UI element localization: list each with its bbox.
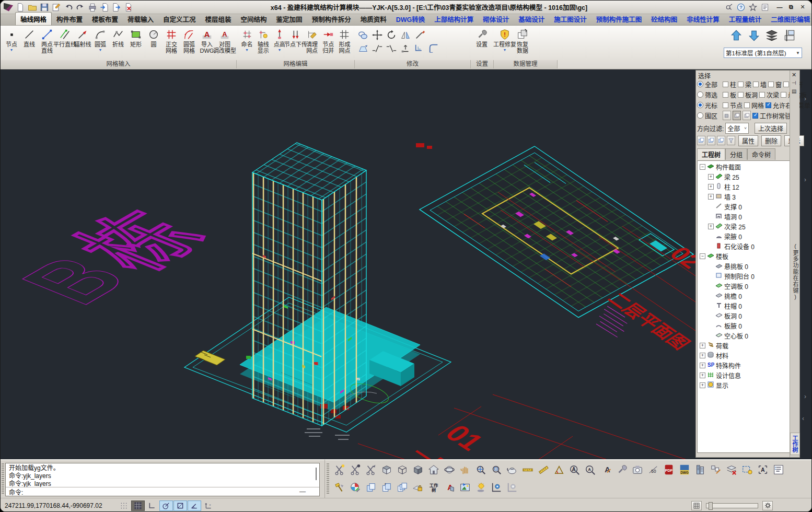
- work-tree-button[interactable]: 工作树: [426, 481, 440, 494]
- save-button[interactable]: [39, 3, 50, 12]
- favorites-icon[interactable]: [748, 3, 758, 12]
- tree-item-板腋[interactable]: 板腋 0: [698, 321, 790, 331]
- osnap-toggle[interactable]: [173, 501, 187, 511]
- tab-基础设计[interactable]: 基础设计: [514, 13, 549, 25]
- new-file-button[interactable]: [15, 3, 26, 12]
- tools-button[interactable]: [614, 463, 629, 476]
- tab-构件布置[interactable]: 构件布置: [52, 13, 87, 25]
- tree-expand-toggle[interactable]: +: [700, 373, 705, 378]
- panel-tab-工程树[interactable]: 工程树: [697, 148, 725, 160]
- tree-item-支撑[interactable]: 支撑 0: [698, 202, 790, 212]
- checkbox-窗[interactable]: [768, 82, 774, 87]
- open-file-button[interactable]: [27, 3, 38, 12]
- tree-expand-toggle[interactable]: −: [700, 164, 705, 170]
- collapse-chevron[interactable]: ‹: [802, 415, 804, 422]
- brk2-button[interactable]: [385, 42, 398, 55]
- tab-施工图设计[interactable]: 施工图设计: [549, 13, 591, 25]
- copy-page-1-button[interactable]: [364, 481, 378, 494]
- floor-selector[interactable]: 第1标准层 (第1自然层) ▼: [724, 48, 802, 58]
- model-brush-button[interactable]: [709, 463, 723, 476]
- tab-楼层组装[interactable]: 楼层组装: [201, 13, 236, 25]
- tab-轴线网格[interactable]: 轴线网格: [15, 12, 52, 25]
- ribbon-button-轴线显示[interactable]: 轴线显示: [255, 27, 271, 54]
- tree-item-空心板[interactable]: 空心板 0: [698, 331, 790, 341]
- plot-gear-on-button[interactable]: [489, 481, 503, 494]
- zoom-window-button[interactable]: [489, 463, 503, 476]
- tree-item-预制阳台[interactable]: 预制阳台 0: [698, 271, 790, 281]
- collapse-chevron[interactable]: ›: [804, 176, 806, 183]
- trap-button[interactable]: [357, 42, 369, 55]
- ribbon-button-直线[interactable]: 直线: [20, 27, 38, 48]
- 删除-button[interactable]: 删除: [761, 135, 781, 146]
- fillet-button[interactable]: [427, 42, 440, 55]
- checkbox-节点[interactable]: [723, 102, 728, 108]
- text-style-button[interactable]: A: [599, 463, 613, 476]
- tree-item-构件截面[interactable]: −构件截面: [698, 162, 790, 172]
- ribbon-button-折线[interactable]: 折线: [109, 27, 127, 48]
- export-doc-button[interactable]: [111, 3, 122, 12]
- grid-settings-button[interactable]: [691, 501, 702, 510]
- view-solid-button[interactable]: [411, 463, 425, 476]
- panel-tab-分组[interactable]: 分组: [725, 148, 747, 160]
- render-button[interactable]: [505, 463, 519, 476]
- radio-筛选[interactable]: [697, 91, 703, 98]
- panel-menu-icon[interactable]: ▤: [792, 88, 796, 94]
- chevron-down-icon[interactable]: ▼: [99, 48, 102, 52]
- ribbon-button-对图调改模型[interactable]: A对图调改模型: [216, 27, 234, 54]
- zoom-slider-thumb[interactable]: [709, 502, 713, 510]
- pan-button[interactable]: [458, 463, 472, 476]
- ribbon-button-圆弧[interactable]: 圆弧▼: [91, 27, 109, 52]
- tree-item-梁腋[interactable]: 梁腋 0: [698, 231, 790, 241]
- checkbox-次梁[interactable]: [759, 92, 765, 98]
- 属性-button[interactable]: 属性: [738, 135, 758, 146]
- license-icon[interactable]: [724, 3, 734, 12]
- checkbox-柱[interactable]: [723, 82, 728, 87]
- command-window[interactable]: 开始加载yg文件。命令:yjk_layers命令:yjk_layers 命令: …: [5, 463, 320, 496]
- tab-二维图形编辑[interactable]: 二维图形编辑: [766, 13, 812, 25]
- rotate-button[interactable]: [385, 29, 398, 41]
- building-view-button[interactable]: [693, 463, 707, 476]
- checkbox-工作树常驻[interactable]: [752, 113, 758, 119]
- minimize-button[interactable]: —: [774, 3, 785, 11]
- tree-item-石化设备[interactable]: 石化设备 0: [698, 241, 790, 251]
- polar-toggle[interactable]: [159, 501, 173, 511]
- floor-down-button[interactable]: [747, 29, 761, 44]
- plot-gear-off-button[interactable]: [505, 481, 519, 494]
- ribbon-button-设置[interactable]: 设置: [473, 27, 491, 48]
- cut-night-button[interactable]: [348, 463, 362, 476]
- tab-荷载输入[interactable]: 荷载输入: [123, 13, 158, 25]
- tree-expand-toggle[interactable]: −: [700, 253, 705, 259]
- stretch-button[interactable]: [399, 42, 412, 55]
- command-panel-grip[interactable]: [2, 463, 4, 495]
- tab-鉴定加固[interactable]: 鉴定加固: [272, 13, 307, 25]
- zoom-extents-button[interactable]: [473, 463, 488, 476]
- sun-shadow-button[interactable]: [473, 481, 488, 494]
- ribbon-button-形成网点[interactable]: 形成网点: [337, 27, 353, 54]
- panel-close-icon[interactable]: ✕: [792, 72, 796, 78]
- angle-snap-toggle[interactable]: [188, 501, 201, 511]
- tree-expand-toggle[interactable]: +: [700, 382, 705, 388]
- checkbox-板洞[interactable]: [738, 92, 744, 98]
- chevron-down-icon[interactable]: ▼: [10, 48, 14, 52]
- ribbon-button-矩形[interactable]: 矩形: [127, 27, 145, 48]
- tree-item-柱[interactable]: +柱 12: [698, 182, 790, 192]
- orbit-button[interactable]: [442, 463, 456, 476]
- ribbon-button-正交网格[interactable]: 正交网格: [163, 27, 180, 54]
- tree-expand-toggle[interactable]: +: [708, 194, 714, 200]
- checkbox-网格[interactable]: [744, 102, 750, 108]
- chevron-down-icon[interactable]: ▼: [503, 48, 507, 52]
- select-remove-icon[interactable]: [717, 136, 725, 145]
- ortho-toggle[interactable]: [145, 501, 159, 511]
- select-crossing-icon[interactable]: [743, 111, 751, 120]
- text-frame-button[interactable]: A: [756, 463, 770, 476]
- copy-page-2-button[interactable]: +: [379, 481, 393, 494]
- tab-楼板布置[interactable]: 楼板布置: [87, 13, 123, 25]
- tree-expand-toggle[interactable]: +: [708, 174, 714, 180]
- tab-非线性计算[interactable]: 非线性计算: [682, 13, 724, 25]
- all-floors-button[interactable]: [765, 29, 779, 44]
- tab-DWG转换[interactable]: DWG转换: [391, 13, 430, 25]
- tree-expand-toggle[interactable]: +: [700, 343, 705, 348]
- tree-item-显示[interactable]: +显示: [698, 380, 790, 390]
- tab-地质资料[interactable]: 地质资料: [356, 13, 391, 25]
- display-list-button[interactable]: [771, 463, 785, 476]
